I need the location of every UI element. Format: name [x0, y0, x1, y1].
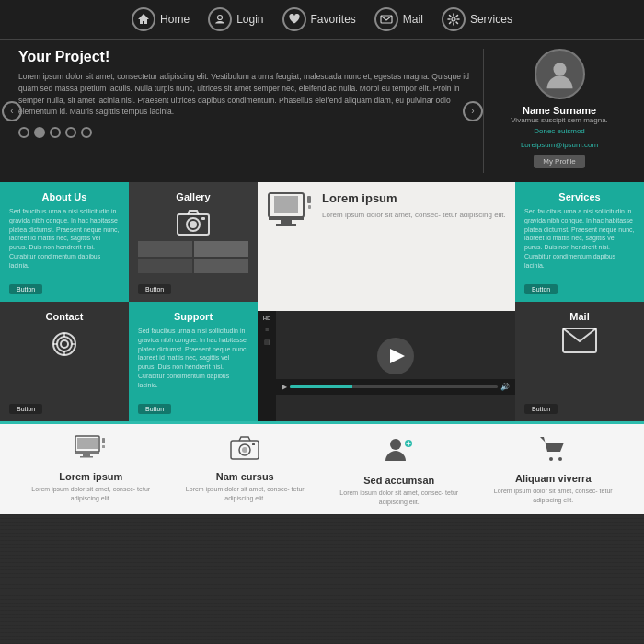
- play-icon: [390, 349, 405, 363]
- svg-point-7: [190, 221, 197, 228]
- svg-rect-12: [281, 220, 292, 224]
- favorites-icon: [282, 7, 306, 31]
- dot-1[interactable]: [18, 127, 29, 138]
- footer-text-2: Lorem ipsum dolor sit amet, consec- tetu…: [327, 489, 472, 507]
- support-button[interactable]: Button: [138, 404, 171, 414]
- user-email-label: Donec euismod: [534, 127, 585, 135]
- nav-services[interactable]: Services: [442, 7, 512, 31]
- svg-point-18: [61, 340, 68, 348]
- mail-button[interactable]: Button: [524, 404, 558, 414]
- dot-2[interactable]: [34, 127, 45, 138]
- nav-mail-label: Mail: [403, 13, 423, 26]
- footer-text-3: Lorem ipsum dolor sit amet, consec- tetu…: [481, 487, 627, 505]
- svg-rect-13: [276, 224, 296, 226]
- contact-icon: [9, 327, 120, 362]
- footer-desktop-icon: [75, 435, 107, 466]
- svg-rect-23: [83, 454, 90, 456]
- svg-rect-26: [102, 445, 105, 448]
- svg-point-4: [553, 63, 566, 75]
- svg-point-33: [549, 457, 553, 461]
- footer: Lorem ipsum Lorem ipsum dolor sit amet, …: [0, 421, 644, 514]
- hero-section: ‹ Your Project! Lorem ipsum dolor sit am…: [0, 40, 644, 182]
- footer-item-2: Sed accumsan Lorem ipsum dolor sit amet,…: [327, 435, 472, 507]
- dot-4[interactable]: [65, 127, 76, 138]
- video-player-area: HD ≡ ▤ ▶ 🔊: [258, 311, 515, 421]
- svg-rect-11: [269, 217, 304, 220]
- tile-contact: Contact Button: [0, 302, 129, 421]
- nav-mail[interactable]: Mail: [374, 7, 423, 31]
- user-profile: Name Surname Vivamus suscipit sem magna.…: [483, 49, 626, 173]
- thumb-3: [138, 259, 192, 274]
- play-button[interactable]: [377, 338, 414, 374]
- services-text: Sed faucibus urna a nisi sollicitudin in…: [524, 207, 635, 270]
- nav-login[interactable]: Login: [208, 7, 263, 31]
- user-sub: Vivamus suscipit sem magna.: [511, 116, 608, 124]
- progress-bar[interactable]: [290, 385, 498, 388]
- video-controls: ▶ 🔊: [276, 379, 515, 395]
- next-button[interactable]: ›: [463, 101, 483, 121]
- home-icon: [132, 7, 155, 31]
- about-button[interactable]: Button: [9, 284, 42, 294]
- svg-rect-30: [252, 443, 255, 445]
- thumb-1: [138, 241, 192, 257]
- dot-3[interactable]: [50, 127, 61, 138]
- svg-point-29: [242, 447, 247, 453]
- play-control-icon[interactable]: ▶: [282, 383, 287, 391]
- video-top: Lorem ipsum Lorem ipsum dolor sit amet, …: [258, 182, 515, 311]
- footer-title-3: Aliquam viverra: [515, 473, 592, 484]
- footer-title-1: Nam cursus: [216, 471, 274, 482]
- profile-button[interactable]: My Profile: [534, 155, 585, 168]
- svg-rect-14: [307, 196, 311, 203]
- svg-rect-21: [77, 438, 98, 449]
- footer-title-2: Sed accumsan: [363, 475, 434, 486]
- svg-rect-25: [102, 438, 105, 443]
- prev-button[interactable]: ‹: [2, 101, 22, 121]
- services-button[interactable]: Button: [524, 284, 558, 294]
- svg-rect-15: [308, 205, 311, 209]
- tile-gallery: Gallery Button: [129, 182, 258, 302]
- video-sub: Lorem ipsum dolor sit amet, consec- tetu…: [322, 210, 506, 220]
- thumb-4: [194, 259, 248, 274]
- gallery-button[interactable]: Button: [138, 284, 171, 294]
- side-ctrl-1[interactable]: ≡: [265, 327, 269, 333]
- nav-home[interactable]: Home: [132, 7, 190, 31]
- svg-rect-10: [274, 196, 298, 213]
- hero-title: Your Project!: [18, 49, 474, 65]
- volume-icon[interactable]: 🔊: [500, 383, 510, 391]
- avatar: [535, 49, 585, 99]
- nav-services-label: Services: [470, 13, 512, 26]
- footer-text-1: Lorem ipsum dolor sit amet, consec- tetu…: [173, 485, 318, 503]
- services-icon: [442, 7, 466, 31]
- about-title: About Us: [9, 191, 120, 202]
- footer-item-3: Aliquam viverra Lorem ipsum dolor sit am…: [481, 435, 627, 507]
- svg-point-17: [57, 337, 72, 351]
- user-name: Name Surname: [523, 105, 596, 116]
- login-icon: [208, 7, 232, 31]
- svg-point-0: [218, 16, 223, 20]
- nav-favorites[interactable]: Favorites: [282, 7, 356, 31]
- side-ctrl-2[interactable]: ▤: [264, 339, 270, 346]
- support-text: Sed faucibus urna a nisi sollicitudin in…: [138, 327, 248, 390]
- gallery-title: Gallery: [138, 191, 248, 202]
- svg-point-31: [390, 439, 401, 450]
- tile-support: Support Sed faucibus urna a nisi sollici…: [129, 302, 258, 421]
- thumb-2: [194, 241, 248, 257]
- progress-fill: [290, 385, 352, 388]
- svg-point-34: [558, 457, 562, 461]
- contact-button[interactable]: Button: [9, 404, 42, 414]
- tile-mail: Mail Button: [515, 302, 644, 421]
- user-email: Loreipsum@ipsum.com: [521, 141, 598, 149]
- footer-cart-icon: [538, 435, 568, 468]
- footer-title-0: Lorem ipsum: [59, 471, 122, 482]
- about-text: Sed faucibus urna a nisi sollicitudin in…: [9, 207, 120, 270]
- tile-about: About Us Sed faucibus urna a nisi sollic…: [0, 182, 129, 302]
- nav-login-label: Login: [236, 13, 263, 26]
- footer-item-0: Lorem ipsum Lorem ipsum dolor sit amet, …: [18, 435, 164, 507]
- support-title: Support: [138, 311, 248, 322]
- footer-text-0: Lorem ipsum dolor sit amet, consec- tetu…: [18, 485, 164, 503]
- mail-icon: [374, 7, 398, 31]
- hero-body: Lorem ipsum dolor sit amet, consectetur …: [18, 71, 474, 118]
- dot-5[interactable]: [81, 127, 92, 138]
- video-title: Lorem ipsum: [322, 191, 506, 205]
- footer-camera-icon: [230, 435, 259, 466]
